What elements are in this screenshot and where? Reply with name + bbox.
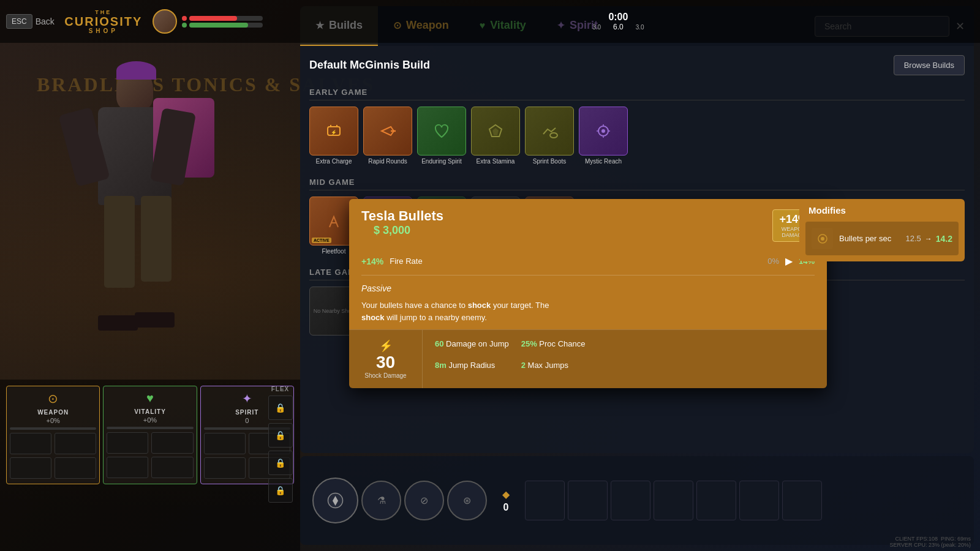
item-slot-4 [654,481,693,520]
item-rapid-rounds[interactable]: Rapid Rounds [363,107,412,165]
modifies-header: Modifies [799,199,965,222]
hud-center: 0:00 3.0 6.0 3.0 [263,12,974,31]
weapon-slot-2 [55,433,96,454]
early-game-section: Early Game ⚡ Extra Charge Rapid Rounds [309,88,965,165]
back-button[interactable]: Back [36,17,55,26]
vitality-stat-box: ♥ VITALITY +0% [103,386,197,484]
tooltip-header: Tesla Bullets $ 3,000 +14% Weapon Damage [349,199,827,252]
item-slot-1 [525,481,565,520]
item-slot-5 [696,481,736,520]
item-enduring-spirit[interactable]: Enduring Spirit [417,107,466,165]
desc-text-1: Your bullets have a chance to [361,301,468,310]
item-mystic-reach[interactable]: Mystic Reach [579,107,628,165]
flex-slot-1: 🔒 [268,395,293,420]
desc-bold-2: shock [361,313,385,322]
extra-stamina-name: Extra Stamina [477,158,515,165]
soul-count-area: ◆ 0 [502,489,510,513]
weapon-slot-1 [10,433,51,454]
weapon-stat-label: WEAPON [10,409,96,416]
item-slot-7 [782,481,822,520]
tooltip-bottom: ⚡ 30 Shock Damage 60 Damage on Jump 25% … [349,329,827,388]
mod-arrow: → [925,234,932,243]
soul-count: 0 [503,502,509,513]
player-portrait [153,9,177,34]
spirit-slot-1 [204,433,246,454]
flex-area: FLEX 🔒 🔒 🔒 🔒 [263,386,297,503]
item-sprint-boots[interactable]: Sprint Boots [525,107,574,165]
desc-bold-1: shock [468,301,491,310]
weapon-stat-box: ⊙ WEAPON +0% [6,386,100,484]
svg-point-7 [601,129,605,133]
top-hud: ESC Back THE CURIOSITY SHOP 0:00 [0,0,980,43]
ability-2[interactable]: ⚗ [361,481,401,520]
mod-old-val: 12.5 [905,234,921,243]
bottom-action-bar: ⚗ ⊘ ⊛ ◆ 0 [300,456,974,545]
shop-logo: THE CURIOSITY SHOP [67,3,140,40]
item-extra-stamina[interactable]: Extra Stamina [471,107,520,165]
enduring-spirit-name: Enduring Spirit [421,158,462,165]
timer: 0:00 [608,12,628,23]
modifies-item-label: Bullets per sec [839,234,899,243]
stat-boxes: ⊙ WEAPON +0% ♥ VITALITY +0% ✦ [6,386,294,484]
stat-proc-chance: 25% Proc Chance [521,339,595,358]
tooltip-divider [361,275,815,276]
weapon-slot-4 [55,457,96,479]
modifies-bullets-per-sec: Bullets per sec 12.5 → 14.2 [805,222,959,255]
early-game-label: Early Game [309,88,965,100]
modifies-panel: Modifies Bullets per sec 12.5 → 14.2 [799,199,965,261]
extra-charge-name: Extra Charge [316,158,352,165]
desc-text-2: your target. The [491,301,549,310]
passive-label: Passive [349,280,827,296]
item-slot-2 [568,481,608,520]
soul-icon: ◆ [502,489,510,500]
browse-builds-button[interactable]: Browse Builds [894,55,965,75]
vitality-stat-label: VITALITY [107,408,193,415]
mod-new-val: 14.2 [936,234,952,244]
no-shop-text: No Nearby Shop [314,308,355,314]
fire-rate-row: +14% Fire Rate 0% ▶ 14% [349,252,827,270]
build-title: Default McGinnis Build [309,59,430,72]
vitality-stat-icon: ♥ [107,391,193,405]
sprint-boots-icon [525,107,574,156]
desc-text-3: will jump to a nearby enemy. [385,313,487,322]
bottom-stats-bar: ⊙ WEAPON +0% ♥ VITALITY +0% ✦ [0,380,300,551]
fleetfoot-name: Fleetfoot [322,248,346,255]
enduring-spirit-icon [417,107,466,156]
tooltip-cost: $ 3,000 [361,224,443,243]
weapon-stat-bonus: +0% [10,417,96,424]
extra-stamina-icon [471,107,520,156]
character-display [49,49,233,355]
early-game-items: ⚡ Extra Charge Rapid Rounds Enduring Spi… [309,107,965,165]
tesla-tooltip: Tesla Bullets $ 3,000 +14% Weapon Damage… [349,199,827,388]
panel-content: Default McGinnis Build Browse Builds Ear… [300,46,974,453]
spirit-slot-3 [204,457,246,479]
flex-slot-3: 🔒 [268,451,293,475]
ability-4[interactable]: ⊛ [447,481,487,520]
esc-button[interactable]: ESC [6,14,32,29]
fire-rate-label: Fire Rate [390,257,422,266]
extra-charge-icon: ⚡ [309,107,358,156]
fire-rate-pct: +14% [361,257,383,266]
stats-grid: 60 Damage on Jump 25% Proc Chance 8m Jum… [423,330,607,388]
item-extra-charge[interactable]: ⚡ Extra Charge [309,107,358,165]
mystic-reach-icon [579,107,628,156]
fire-rate-base: 0% [767,257,779,266]
sprint-boots-name: Sprint Boots [533,158,566,165]
item-slots-row [525,481,822,520]
ability-3[interactable]: ⊘ [404,481,444,520]
mystic-reach-name: Mystic Reach [585,158,622,165]
svg-point-20 [821,237,824,241]
rapid-rounds-icon [363,107,412,156]
ability-1[interactable] [312,478,358,523]
stat-jump-radius: 8m Jump Radius [435,361,509,379]
stat-damage-on-jump: 60 Damage on Jump [435,339,509,358]
vitality-stat-bonus: +0% [107,416,193,424]
modifies-item-icon [812,228,833,249]
rapid-rounds-name: Rapid Rounds [368,158,407,165]
weapon-stat-icon: ⊙ [10,391,96,406]
shock-info: ⚡ 30 Shock Damage [349,330,423,388]
ability-slots: ⚗ ⊘ ⊛ [312,478,487,523]
health-area [153,9,263,34]
fire-rate-arrow: ▶ [785,255,793,267]
server-info: CLIENT FPS:108 PING: 69ms SERVER CPU: 23… [890,536,971,548]
